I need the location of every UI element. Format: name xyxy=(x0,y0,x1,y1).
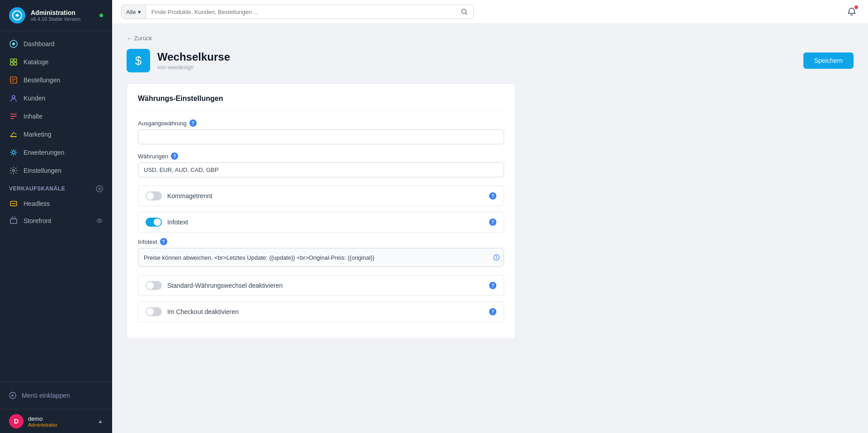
ausgangswährung-row: Ausgangswährung ? xyxy=(138,119,504,144)
search-filter-dropdown[interactable]: Alle ▾ xyxy=(122,5,146,19)
standard-toggle[interactable] xyxy=(146,281,162,290)
währungen-label: Währungen ? xyxy=(138,152,504,160)
checkout-label: Im Checkout deaktivieren xyxy=(167,308,484,315)
svg-point-13 xyxy=(12,151,15,154)
notification-button[interactable] xyxy=(844,5,859,19)
kunden-icon xyxy=(9,94,18,103)
einstellungen-icon xyxy=(9,166,18,175)
sidebar-item-inhalte[interactable]: Inhalte xyxy=(0,107,112,125)
page-icon: $ xyxy=(127,49,150,72)
sidebar-footer: Menü einklappen xyxy=(0,381,112,409)
user-role: Administrator xyxy=(28,422,57,428)
channel-label: Headless xyxy=(24,200,50,207)
breadcrumb[interactable]: ← Zurück xyxy=(127,35,854,42)
settings-card: Währungs-Einstellungen Ausgangswährung ?… xyxy=(127,83,515,339)
infotext-label: Infotext ? xyxy=(138,238,504,245)
infotext-help-icon[interactable]: ? xyxy=(489,219,496,226)
search-input[interactable] xyxy=(146,5,455,19)
svg-point-2 xyxy=(12,43,15,45)
collapse-icon xyxy=(9,392,16,399)
sidebar: Administration v6.4.10 Stable Version Da… xyxy=(0,0,112,433)
sidebar-item-marketing[interactable]: Marketing xyxy=(0,125,112,143)
kommagetrennt-toggle[interactable] xyxy=(146,191,162,200)
sidebar-item-label: Bestellungen xyxy=(24,76,60,84)
app-name: Administration xyxy=(31,9,80,16)
sidebar-item-label: Einstellungen xyxy=(24,167,61,174)
kommagetrennt-label: Kommagetrennt xyxy=(167,192,484,200)
chevron-up-icon: ▲ xyxy=(98,418,103,424)
eye-icon[interactable] xyxy=(96,217,103,224)
infotext-input[interactable] xyxy=(138,248,504,267)
sidebar-item-label: Inhalte xyxy=(24,113,42,120)
ausgangswährung-input[interactable] xyxy=(138,129,504,144)
sidebar-item-label: Marketing xyxy=(24,131,51,138)
standard-label: Standard-Währungswechsel deaktivieren xyxy=(167,282,484,289)
storefront-icon xyxy=(9,216,18,225)
main-nav: Dashboard Kataloge Bestellun xyxy=(0,31,112,381)
ausgangswährung-help-icon[interactable]: ? xyxy=(189,119,197,127)
svg-point-8 xyxy=(12,95,15,98)
user-info: demo Administrator xyxy=(28,415,57,428)
währungen-input[interactable] xyxy=(138,162,504,177)
sidebar-item-erweiterungen[interactable]: Erweiterungen xyxy=(0,143,112,162)
ausgangswährung-label: Ausgangswährung ? xyxy=(138,119,504,127)
verkaufskanale-section: Verkaufskanäle xyxy=(0,180,112,195)
search-filter-label: Alle xyxy=(126,9,136,15)
infotext-field-help-icon[interactable]: ? xyxy=(160,238,167,245)
sidebar-item-label: Kunden xyxy=(24,95,45,102)
user-name: demo xyxy=(28,415,57,422)
card-title: Währungs-Einstellungen xyxy=(138,95,504,110)
sidebar-item-storefront[interactable]: Storefront xyxy=(0,212,112,229)
svg-point-19 xyxy=(99,220,100,222)
kommagetrennt-help-icon[interactable]: ? xyxy=(489,192,496,200)
sidebar-item-label: Erweiterungen xyxy=(24,149,64,156)
page-header: $ Wechselkurse von weedesign Speichern xyxy=(127,49,854,72)
währungen-row: Währungen ? xyxy=(138,152,504,177)
sidebar-item-kunden[interactable]: Kunden xyxy=(0,89,112,107)
svg-rect-7 xyxy=(10,77,17,83)
dashboard-icon xyxy=(9,39,18,48)
app-title-block: Administration v6.4.10 Stable Version xyxy=(31,9,80,22)
standard-help-icon[interactable]: ? xyxy=(489,282,496,289)
svg-rect-6 xyxy=(14,62,17,65)
save-button[interactable]: Speichern xyxy=(803,52,854,69)
section-label: Verkaufskanäle xyxy=(9,186,65,192)
infotext-toggle-row: Infotext ? xyxy=(138,212,504,233)
infotext-edit-icon[interactable] xyxy=(493,254,500,261)
checkout-toggle[interactable] xyxy=(146,307,162,316)
sidebar-item-headless[interactable]: Headless xyxy=(0,195,112,212)
sidebar-item-einstellungen[interactable]: Einstellungen xyxy=(0,162,112,180)
channel-label: Storefront xyxy=(24,217,51,224)
sidebar-item-kataloge[interactable]: Kataloge xyxy=(0,53,112,71)
svg-rect-9 xyxy=(10,114,17,114)
search-bar: Alle ▾ xyxy=(121,5,474,19)
page-subtitle: von weedesign xyxy=(157,64,796,71)
app-logo xyxy=(9,7,25,24)
svg-point-14 xyxy=(13,170,15,172)
kataloge-icon xyxy=(9,57,18,67)
search-button[interactable] xyxy=(455,5,473,19)
topbar: Alle ▾ xyxy=(112,0,868,24)
status-dot xyxy=(99,14,103,17)
sidebar-item-label: Kataloge xyxy=(24,58,48,66)
svg-point-18 xyxy=(97,219,102,223)
add-channel-icon[interactable] xyxy=(96,185,103,192)
standard-toggle-row: Standard-Währungswechsel deaktivieren ? xyxy=(138,275,504,296)
svg-rect-4 xyxy=(14,59,17,62)
main-content: Alle ▾ ← Zurück $ Wechse xyxy=(112,0,868,433)
bestellungen-icon xyxy=(9,76,18,85)
infotext-toggle[interactable] xyxy=(146,218,162,227)
checkout-toggle-row: Im Checkout deaktivieren ? xyxy=(138,301,504,322)
page-title-block: Wechselkurse von weedesign xyxy=(157,51,796,71)
user-bar[interactable]: D demo Administrator ▲ xyxy=(0,409,112,433)
sidebar-item-dashboard[interactable]: Dashboard xyxy=(0,35,112,53)
svg-rect-11 xyxy=(10,118,14,119)
währungen-help-icon[interactable]: ? xyxy=(171,152,178,160)
svg-rect-12 xyxy=(10,136,17,137)
checkout-help-icon[interactable]: ? xyxy=(489,308,496,315)
svg-rect-10 xyxy=(10,116,17,117)
chevron-down-icon: ▾ xyxy=(138,9,141,15)
collapse-menu-item[interactable]: Menü einklappen xyxy=(0,387,112,404)
sidebar-item-bestellungen[interactable]: Bestellungen xyxy=(0,71,112,89)
infotext-row: Infotext ? xyxy=(138,238,504,267)
